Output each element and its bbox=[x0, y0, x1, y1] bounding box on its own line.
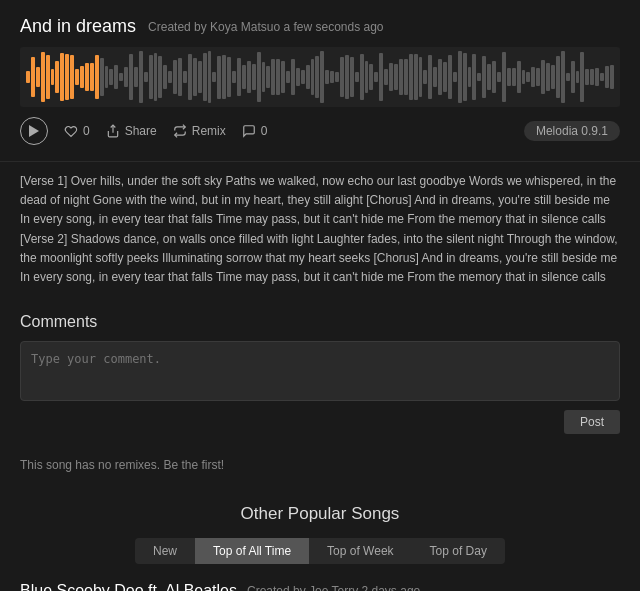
tab-top-week[interactable]: Top of Week bbox=[309, 538, 411, 564]
tab-new[interactable]: New bbox=[135, 538, 195, 564]
song2-header: Blue Scooby Doo ft. Al Beatles Created b… bbox=[20, 582, 620, 591]
no-remixes-message: This song has no remixes. Be the first! bbox=[0, 450, 640, 488]
song1-comment-count: 0 bbox=[261, 124, 268, 138]
comments-label: Comments bbox=[20, 313, 620, 331]
popular-title: Other Popular Songs bbox=[20, 504, 620, 524]
song1-tag: Melodia 0.9.1 bbox=[524, 121, 620, 141]
song1-share-button[interactable]: Share bbox=[106, 124, 157, 138]
song2-section: Blue Scooby Doo ft. Al Beatles Created b… bbox=[20, 582, 620, 591]
song1-lyrics: [Verse 1] Over hills, under the soft sky… bbox=[0, 162, 640, 303]
song2-meta: Created by Joe Terry 2 days ago bbox=[247, 584, 420, 591]
song1-section: And in dreams Created by Koya Matsuo a f… bbox=[0, 0, 640, 162]
svg-marker-0 bbox=[29, 125, 39, 137]
song1-title: And in dreams bbox=[20, 16, 136, 37]
song1-controls: 0 Share Remix 0 Melodia 0.9.1 bbox=[20, 117, 620, 145]
song2-title: Blue Scooby Doo ft. Al Beatles bbox=[20, 582, 237, 591]
tab-top-day[interactable]: Top of Day bbox=[412, 538, 505, 564]
comments-section: Comments Post bbox=[0, 303, 640, 450]
post-button[interactable]: Post bbox=[564, 410, 620, 434]
song1-share-label: Share bbox=[125, 124, 157, 138]
song1-comment-button[interactable]: 0 bbox=[242, 124, 268, 138]
song1-meta: Created by Koya Matsuo a few seconds ago bbox=[148, 20, 383, 34]
tabs-row: New Top of All Time Top of Week Top of D… bbox=[20, 538, 620, 564]
song1-header: And in dreams Created by Koya Matsuo a f… bbox=[20, 16, 620, 37]
song1-remix-button[interactable]: Remix bbox=[173, 124, 226, 138]
song1-like-button[interactable]: 0 bbox=[64, 124, 90, 138]
song1-like-count: 0 bbox=[83, 124, 90, 138]
tab-top-all-time[interactable]: Top of All Time bbox=[195, 538, 309, 564]
song1-waveform[interactable] bbox=[20, 47, 620, 107]
comment-input[interactable] bbox=[20, 341, 620, 401]
popular-section: Other Popular Songs New Top of All Time … bbox=[0, 488, 640, 591]
song1-play-button[interactable] bbox=[20, 117, 48, 145]
song1-remix-label: Remix bbox=[192, 124, 226, 138]
